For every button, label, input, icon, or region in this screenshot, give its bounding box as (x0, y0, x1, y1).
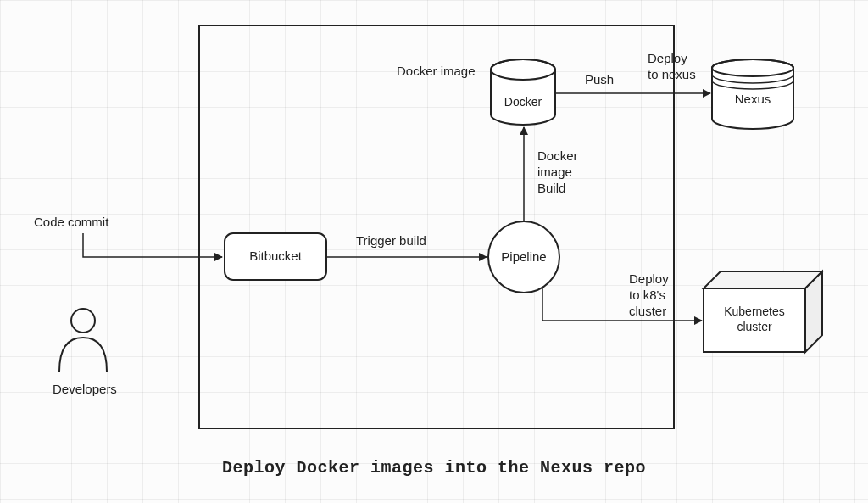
pipeline-label: Pipeline (501, 249, 546, 264)
developers-label: Developers (53, 382, 117, 396)
k8s-label-line2: cluster (737, 320, 772, 333)
nexus-label: Nexus (735, 92, 771, 106)
edge-label-deploy-nexus: Deployto nexus (648, 51, 715, 83)
edge-label-push: Push (585, 72, 614, 87)
svg-point-0 (71, 309, 95, 333)
edge-code-commit (83, 233, 222, 257)
edge-label-deploy-k8s: Deployto k8'scluster (629, 271, 705, 319)
edge-label-trigger-build: Trigger build (356, 233, 426, 248)
edge-label-docker-image: Docker image (397, 64, 490, 80)
svg-marker-5 (704, 271, 822, 288)
k8s-label-line1: Kubernetes (724, 305, 785, 318)
bitbucket-label: Bitbucket (249, 249, 303, 263)
developers-actor (59, 309, 107, 372)
edge-label-docker-build: Docker image Build (537, 148, 605, 196)
edge-label-code-commit: Code commit (34, 215, 108, 229)
docker-label: Docker (504, 95, 542, 109)
diagram-title: Deploy Docker images into the Nexus repo (0, 458, 868, 478)
docker-node (491, 59, 555, 125)
